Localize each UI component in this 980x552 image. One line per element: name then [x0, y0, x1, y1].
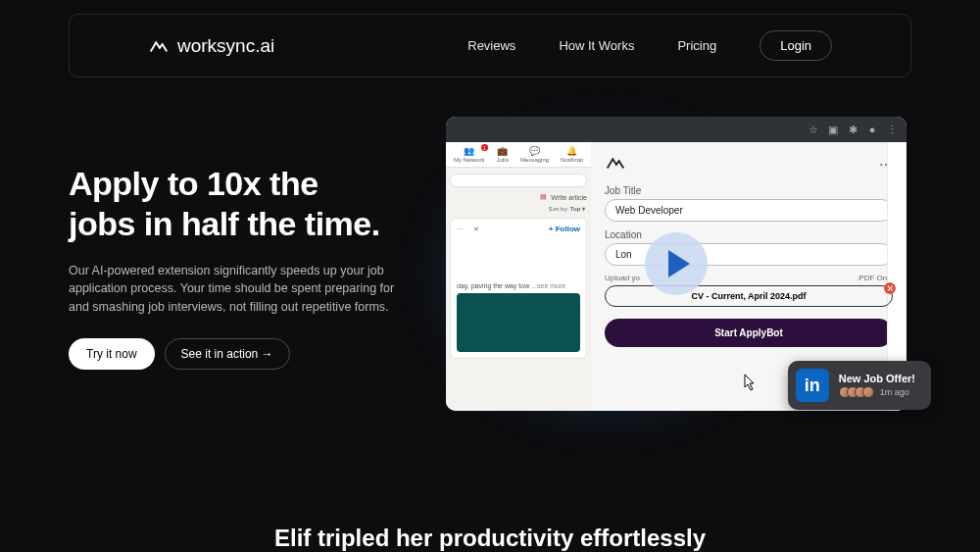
hero-ctas: Try it now See it in action → [69, 338, 421, 370]
people-icon: 👥 [464, 146, 474, 156]
post-text: day, paving the way tow ...see more [457, 282, 580, 289]
hero-copy: Apply to 10x the jobs in half the time. … [69, 117, 421, 411]
article-icon: ▤ [540, 193, 547, 201]
linkedin-search [450, 174, 587, 187]
ext-header: ⋯ [605, 152, 893, 177]
see-button[interactable]: See it in action → [165, 338, 290, 370]
browser-chrome: ☆ ▣ ✱ ● ⋮ [446, 117, 906, 142]
cv-pill[interactable]: CV - Current, April 2024.pdf ✕ [605, 285, 893, 307]
write-article: ▤Write article [450, 193, 587, 201]
teaser-heading: Elif tripled her productivity effortless… [0, 525, 980, 552]
notification-body: New Job Offer! 1m ago [839, 373, 915, 398]
post-header: ⋯ ✕ + Follow [457, 225, 580, 233]
star-icon: ☆ [807, 123, 820, 136]
try-button[interactable]: Try it now [69, 338, 155, 370]
nav-pricing[interactable]: Pricing [677, 38, 716, 53]
brand-text: worksync.ai [177, 35, 274, 57]
play-button[interactable] [645, 232, 708, 295]
tab-notifications: 🔔Notificati [561, 146, 583, 163]
ext-logo-icon [605, 152, 626, 177]
tab-network: 👥My Network1 [454, 146, 485, 163]
remove-cv-icon[interactable]: ✕ [884, 282, 896, 294]
cv-filename: CV - Current, April 2024.pdf [691, 291, 806, 301]
post-image [457, 293, 580, 352]
chat-icon: 💬 [529, 146, 540, 156]
sort-row: Sort by: Top ▾ [446, 203, 591, 214]
upload-label: Upload yo [605, 274, 640, 282]
badge-icon: 1 [481, 144, 488, 151]
start-applybot-button[interactable]: Start ApplyBot [605, 319, 893, 347]
login-button[interactable]: Login [760, 30, 832, 61]
tab-jobs: 💼Jobs [497, 146, 510, 163]
profile-icon: ● [865, 123, 879, 136]
notification-meta: 1m ago [839, 386, 915, 398]
brand-logo[interactable]: worksync.ai [148, 35, 274, 57]
extension-icon: ▣ [826, 123, 840, 136]
briefcase-icon: 💼 [497, 146, 508, 156]
hero-title-l2: jobs in half the time. [69, 205, 380, 242]
cursor-icon [739, 373, 759, 399]
menu-icon: ⋮ [885, 123, 899, 136]
notification-avatars [839, 386, 874, 398]
job-title-input[interactable] [605, 199, 893, 222]
post-menu: ⋯ ✕ [457, 226, 479, 233]
bell-icon: 🔔 [566, 146, 577, 156]
job-title-label: Job Title [605, 185, 893, 196]
linkedin-topbar: 👥My Network1 💼Jobs 💬Messaging 🔔Notificat… [446, 142, 591, 168]
location-label: Location [605, 229, 893, 240]
linkedin-post: ⋯ ✕ + Follow day, paving the way tow ...… [450, 218, 587, 359]
linkedin-icon: in [796, 369, 829, 402]
hero-title: Apply to 10x the jobs in half the time. [69, 164, 421, 244]
nav-reviews[interactable]: Reviews [467, 38, 515, 53]
notification-time: 1m ago [880, 387, 909, 397]
follow-button: + Follow [549, 225, 580, 233]
hero-title-l1: Apply to 10x the [69, 165, 318, 202]
nav-links: Reviews How It Works Pricing Login [467, 30, 832, 61]
linkedin-panel: 👥My Network1 💼Jobs 💬Messaging 🔔Notificat… [446, 142, 591, 411]
notification-title: New Job Offer! [839, 373, 915, 384]
nav-howitworks[interactable]: How It Works [559, 38, 634, 53]
navbar: worksync.ai Reviews How It Works Pricing… [69, 14, 911, 77]
notification-toast[interactable]: in New Job Offer! 1m ago [788, 361, 931, 410]
tab-messaging: 💬Messaging [520, 146, 549, 163]
logo-icon [148, 35, 170, 57]
puzzle-icon: ✱ [846, 123, 859, 136]
hero-description: Our AI-powered extension significantly s… [69, 262, 412, 317]
